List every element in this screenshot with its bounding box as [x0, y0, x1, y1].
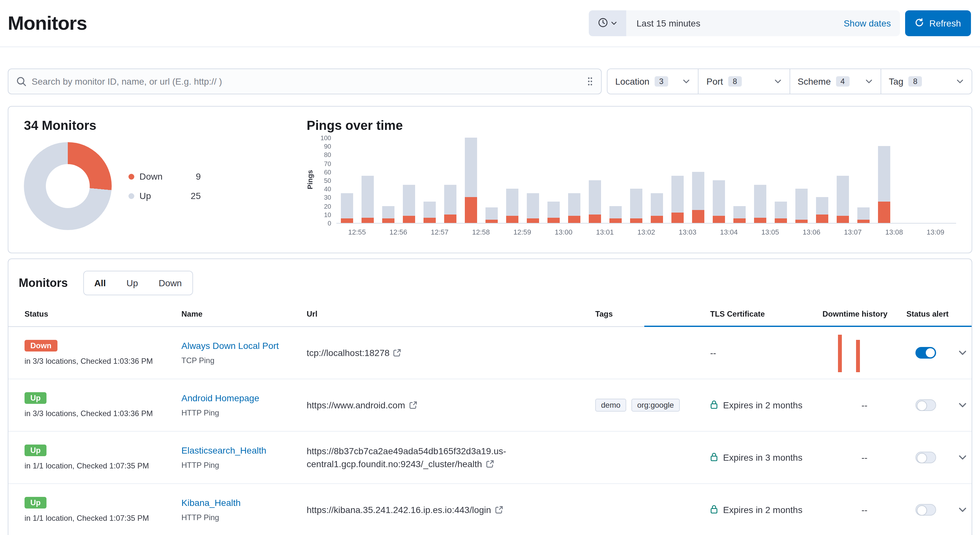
bar-up-segment [568, 193, 580, 216]
external-link-icon[interactable] [486, 458, 493, 471]
bar-down-segment [609, 219, 621, 223]
bar-up-segment [485, 208, 498, 220]
bar-up-segment [609, 206, 621, 219]
monitor-name-link[interactable]: Android Homepage [181, 393, 259, 403]
pings-over-time: Pings over time Pings 010203040506070809… [307, 118, 956, 241]
filter-location-count: 3 [655, 76, 668, 86]
bar-up-segment [382, 206, 394, 219]
bar-up-segment [651, 193, 663, 216]
monitor-name-link[interactable]: Always Down Local Port [181, 340, 279, 351]
date-picker: Last 15 minutes Show dates [589, 10, 900, 36]
bar-up-segment [589, 180, 601, 214]
monitor-status-donut [24, 142, 112, 230]
filter-tag-label: Tag [889, 76, 904, 86]
monitors-list-header: Monitors All Up Down [8, 271, 972, 295]
tls-value: -- [710, 348, 716, 358]
status-badge: Up [24, 497, 46, 508]
page-header: Monitors Last 15 minutes Show dates [0, 0, 980, 47]
x-axis-tick-label: 13:00 [555, 228, 572, 236]
monitor-url: https://www.android.com [307, 400, 405, 410]
expand-row-button[interactable] [956, 503, 970, 517]
header-controls: Last 15 minutes Show dates Refresh [589, 10, 971, 36]
page-title: Monitors [8, 12, 87, 34]
downtime-value: -- [862, 452, 868, 463]
monitor-name-link[interactable]: Kibana_Health [181, 498, 241, 508]
lock-icon [710, 504, 718, 515]
time-quick-select-button[interactable] [589, 10, 626, 36]
monitor-type: HTTP Ping [181, 461, 219, 470]
bar-up-segment [527, 193, 539, 219]
checked-text: in 1/1 location, Checked 1:07:35 PM [24, 462, 149, 470]
bar-down-segment [878, 201, 890, 223]
search-icon [16, 76, 27, 86]
search-input[interactable] [32, 69, 579, 94]
chevron-down-icon [683, 78, 690, 85]
bar-up-segment [361, 176, 374, 218]
filter-tag-count: 8 [908, 76, 922, 86]
x-axis-tick-label: 13:07 [844, 228, 862, 236]
monitor-url: https://kibana.35.241.242.16.ip.es.io:44… [307, 504, 491, 515]
time-range-value[interactable]: Last 15 minutes [626, 18, 835, 29]
chevron-down-icon [774, 78, 781, 85]
monitor-url: tcp://localhost:18278 [307, 347, 390, 358]
status-alert-toggle[interactable] [915, 347, 936, 359]
status-alert-toggle[interactable] [915, 452, 936, 463]
x-axis-tick-label: 12:59 [513, 228, 531, 236]
tag-badge[interactable]: demo [595, 399, 626, 412]
monitor-type: TCP Ping [181, 356, 214, 365]
expand-row-button[interactable] [956, 346, 970, 360]
downtime-bar [838, 335, 842, 372]
tab-all[interactable]: All [84, 271, 116, 295]
bar-up-segment [671, 176, 683, 213]
table-row: Up in 3/3 locations, Checked 1:03:36 PM … [8, 379, 972, 432]
filter-location[interactable]: Location 3 [608, 69, 699, 94]
expand-row-button[interactable] [956, 450, 970, 465]
external-link-icon[interactable] [495, 504, 503, 517]
lock-icon [710, 400, 718, 410]
refresh-button[interactable]: Refresh [905, 10, 971, 36]
bar-down-segment [857, 219, 869, 223]
tls-value: Expires in 3 months [723, 452, 802, 463]
show-dates-button[interactable]: Show dates [835, 18, 900, 29]
external-link-icon[interactable] [409, 399, 417, 412]
bar-up-segment [692, 172, 704, 210]
bar-down-segment [671, 212, 683, 223]
x-axis-tick-label: 13:01 [596, 228, 614, 236]
tag-badge[interactable]: org:google [632, 399, 679, 412]
filter-scheme[interactable]: Scheme 4 [790, 69, 881, 94]
query-menu-icon[interactable] [579, 76, 601, 86]
tab-up[interactable]: Up [116, 271, 148, 295]
table-header: Status Name Url Tags TLS Certificate Dow… [8, 310, 972, 327]
y-axis-label: Pings [306, 170, 314, 189]
monitor-name-link[interactable]: Elasticsearch_Health [181, 445, 266, 455]
status-badge: Down [24, 340, 57, 351]
bar-up-segment [402, 184, 415, 216]
x-axis-tick-label: 13:03 [679, 228, 696, 236]
legend-up-dot [129, 193, 134, 199]
filter-scheme-label: Scheme [798, 76, 831, 86]
bar-down-segment [713, 216, 725, 223]
bar-up-segment [713, 180, 725, 216]
monitors-summary: 34 Monitors Down 9 Up 25 [24, 118, 298, 241]
x-axis-ticks: 12:5512:5612:5712:5812:5913:0013:0113:02… [336, 228, 956, 237]
col-url: Url [307, 310, 595, 319]
bar-down-segment [547, 218, 559, 223]
donut-legend: Down 9 Up 25 [129, 171, 201, 201]
status-alert-toggle[interactable] [915, 399, 936, 411]
x-axis-tick-label: 13:02 [637, 228, 655, 236]
monitors-list-panel: Monitors All Up Down Status Name Url Tag… [8, 259, 972, 535]
external-link-icon[interactable] [393, 347, 401, 359]
bar-down-segment [630, 219, 642, 223]
bar-up-segment [878, 146, 890, 201]
refresh-label: Refresh [929, 18, 961, 29]
status-alert-toggle[interactable] [915, 504, 936, 516]
bar-down-segment [485, 219, 498, 223]
bar-up-segment [506, 188, 518, 216]
monitors-count-title: 34 Monitors [24, 118, 298, 133]
filter-port[interactable]: Port 8 [699, 69, 790, 94]
expand-row-button[interactable] [956, 398, 970, 412]
tab-down[interactable]: Down [148, 271, 192, 295]
col-tls: TLS Certificate [710, 310, 822, 319]
bar-down-segment [444, 214, 456, 223]
filter-tag[interactable]: Tag 8 [881, 69, 972, 94]
